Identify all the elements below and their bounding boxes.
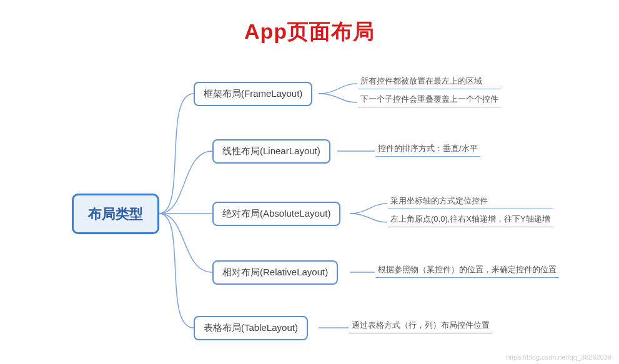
branch-node-linear-layout: 线性布局(LinearLayout): [212, 139, 330, 164]
leaf-node: 根据参照物（某控件）的位置，来确定控件的位置: [375, 263, 559, 278]
leaf-node: 所有控件都被放置在最左上的区域: [358, 75, 501, 89]
branch-label: 相对布局(RelativeLayout): [222, 267, 328, 278]
leaf-group-table-layout: 通过表格方式（行，列）布局控件位置: [349, 319, 492, 333]
branch-node-absolute-layout: 绝对布局(AbsoluteLayout): [212, 202, 340, 226]
root-label: 布局类型: [88, 205, 143, 224]
watermark-text: https://blog.csdn.net/qq_38252039: [506, 353, 612, 361]
leaf-node: 下一个子控件会重叠覆盖上一个个控件: [358, 93, 501, 107]
leaf-node: 采用坐标轴的方式定位控件: [388, 195, 553, 209]
branch-node-relative-layout: 相对布局(RelativeLayout): [212, 260, 338, 285]
leaf-node: 控件的排序方式：垂直/水平: [375, 142, 480, 157]
connector-lines: [0, 0, 619, 364]
leaf-node: 左上角原点(0,0),往右X轴递增，往下Y轴递增: [388, 213, 553, 227]
leaf-node: 通过表格方式（行，列）布局控件位置: [349, 319, 492, 333]
branch-node-frame-layout: 框架布局(FrameLayout): [194, 82, 312, 106]
branch-label: 绝对布局(AbsoluteLayout): [222, 208, 330, 220]
leaf-group-frame-layout: 所有控件都被放置在最左上的区域 下一个子控件会重叠覆盖上一个个控件: [358, 75, 501, 107]
root-node: 布局类型: [72, 194, 159, 234]
diagram-title: App页面布局: [244, 17, 375, 46]
leaf-group-linear-layout: 控件的排序方式：垂直/水平: [375, 142, 480, 157]
branch-node-table-layout: 表格布局(TableLayout): [194, 316, 308, 340]
leaf-group-relative-layout: 根据参照物（某控件）的位置，来确定控件的位置: [375, 263, 559, 278]
branch-label: 框架布局(FrameLayout): [204, 88, 302, 100]
branch-label: 表格布局(TableLayout): [204, 322, 298, 334]
leaf-group-absolute-layout: 采用坐标轴的方式定位控件 左上角原点(0,0),往右X轴递增，往下Y轴递增: [388, 195, 553, 227]
branch-label: 线性布局(LinearLayout): [222, 145, 320, 157]
